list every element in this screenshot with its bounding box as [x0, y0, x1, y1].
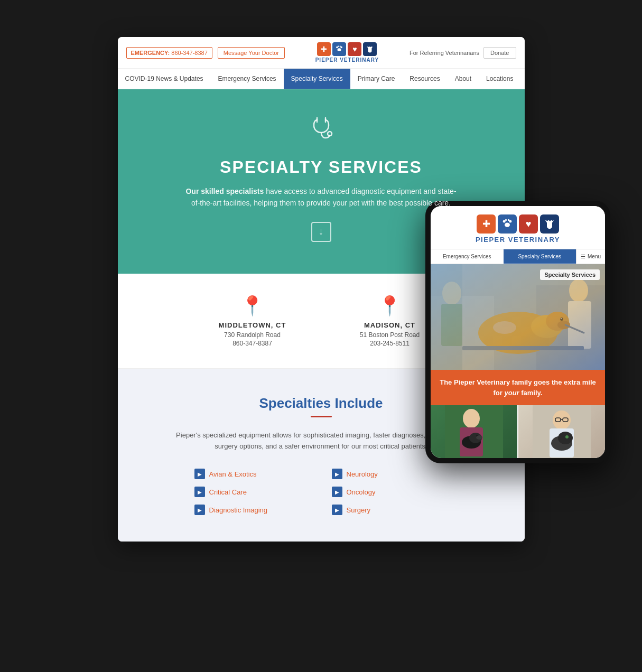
svg-point-22: [546, 312, 569, 331]
svg-point-3: [340, 46, 341, 47]
top-bar-left: EMERGENCY: 860-347-8387 Message Your Doc…: [126, 47, 285, 59]
banner-italic-text: your: [504, 389, 519, 397]
specialty-label-surgery: Surgery: [347, 506, 371, 514]
emergency-phone: 860-347-8387: [171, 50, 208, 56]
svg-point-47: [565, 435, 569, 438]
arrow-icon-neuro: ▶: [332, 469, 342, 479]
svg-point-2: [338, 46, 339, 47]
main-nav: COVID-19 News & Updates Emergency Servic…: [118, 69, 525, 89]
svg-point-5: [328, 132, 332, 136]
mobile-icon-cross: ✚: [477, 214, 496, 234]
logo-icon-cross: ✚: [317, 42, 331, 56]
svg-point-10: [505, 219, 507, 221]
svg-point-27: [493, 321, 516, 334]
location-phone-1: 860-347-8387: [189, 340, 316, 347]
specialty-label-neuro: Neurology: [347, 470, 378, 478]
nav-item-locations[interactable]: Locations: [479, 69, 520, 89]
mobile-photo-1: [431, 405, 517, 458]
mobile-logo-icons: ✚ ♥: [438, 214, 598, 234]
location-address-1: 730 Randolph Road: [189, 331, 316, 339]
mobile-screen: ✚ ♥ PIEPER VETERINARY Emergency Servic: [431, 206, 605, 458]
nav-item-specialty[interactable]: Specialty Services: [284, 69, 350, 89]
desktop-logo: ✚ ♥ PIEPER VETERINARY: [315, 42, 379, 63]
hero-desc-bold: Our skilled specialists: [185, 187, 264, 195]
top-bar-right: For Referring Veterinarians Donate: [410, 47, 516, 59]
title-underline: [311, 416, 332, 417]
svg-point-21: [531, 315, 563, 338]
referring-vets-link[interactable]: For Referring Veterinarians: [410, 50, 479, 56]
top-bar: EMERGENCY: 860-347-8387 Message Your Doc…: [118, 37, 525, 69]
location-pin-icon-1: 📍: [189, 295, 316, 317]
specialty-label-avian: Avian & Exotics: [209, 470, 257, 478]
svg-point-0: [337, 46, 339, 49]
mobile-nav-menu[interactable]: ☰ Menu: [576, 249, 605, 264]
nav-item-resources[interactable]: Resources: [402, 69, 447, 89]
mobile-bottom-photos: [431, 405, 605, 458]
svg-rect-29: [431, 264, 462, 370]
svg-rect-19: [568, 301, 591, 349]
logo-icon-paw: [332, 42, 346, 56]
logo-icons: ✚ ♥: [317, 42, 377, 56]
svg-point-16: [442, 282, 461, 305]
mobile-icon-cat: [540, 214, 559, 234]
mobile-photo-2: [518, 405, 605, 458]
nav-item-primary[interactable]: Primary Care: [350, 69, 403, 89]
specialty-label-diagnostic: Diagnostic Imaging: [209, 506, 268, 514]
arrow-icon-diagnostic: ▶: [194, 505, 205, 515]
mobile-hero-image: Specialty Services: [431, 264, 605, 370]
svg-point-36: [476, 435, 482, 440]
svg-point-9: [509, 220, 511, 223]
mobile-nav: Emergency Services Specialty Services ☰ …: [431, 249, 605, 264]
arrow-icon-critical: ▶: [194, 487, 205, 497]
mobile-icon-heart: ♥: [519, 214, 538, 234]
specialty-avian[interactable]: ▶ Avian & Exotics: [194, 469, 311, 479]
svg-point-12: [505, 223, 510, 227]
mobile-nav-emergency[interactable]: Emergency Services: [431, 249, 504, 264]
svg-point-18: [569, 279, 588, 302]
svg-point-24: [560, 318, 563, 321]
desktop-brand-name: PIEPER VETERINARY: [315, 57, 379, 63]
location-city-1: MIDDLETOWN, CT: [189, 321, 316, 329]
donate-button[interactable]: Donate: [483, 47, 516, 59]
svg-point-31: [463, 409, 480, 428]
nav-item-emergency[interactable]: Emergency Services: [211, 69, 284, 89]
svg-point-20: [478, 312, 557, 354]
svg-line-26: [565, 325, 584, 333]
specialty-diagnostic[interactable]: ▶ Diagnostic Imaging: [194, 505, 311, 515]
menu-label: Menu: [588, 254, 601, 259]
svg-point-11: [508, 219, 509, 221]
svg-point-1: [341, 46, 343, 49]
hero-title: SPECIALTY SERVICES: [184, 157, 459, 177]
stethoscope-icon: [184, 116, 459, 149]
svg-rect-17: [441, 304, 462, 346]
arrow-icon-avian: ▶: [194, 469, 205, 479]
logo-icon-heart: ♥: [348, 42, 361, 56]
mobile-icon-paw: [498, 214, 517, 234]
nav-item-about[interactable]: About: [448, 69, 479, 89]
arrow-icon-oncology: ▶: [332, 487, 342, 497]
specialties-description: Pieper's specialized equipment allows fo…: [173, 430, 469, 452]
svg-rect-14: [431, 296, 494, 370]
svg-rect-13: [431, 264, 605, 370]
svg-point-4: [338, 48, 341, 51]
mobile-brand-name: PIEPER VETERINARY: [438, 236, 598, 244]
svg-rect-15: [536, 285, 605, 370]
logo-icon-cat: [363, 42, 377, 56]
specialty-critical[interactable]: ▶ Critical Care: [194, 487, 311, 497]
mobile-orange-banner: The Pieper Veterinary family goes the ex…: [431, 370, 605, 405]
specialty-surgery[interactable]: ▶ Surgery: [332, 505, 448, 515]
emergency-label: EMERGENCY:: [131, 50, 170, 56]
mobile-nav-specialty[interactable]: Specialty Services: [504, 249, 576, 264]
message-doctor-button[interactable]: Message Your Doctor: [218, 47, 285, 59]
nav-item-covid[interactable]: COVID-19 News & Updates: [118, 69, 211, 89]
specialty-oncology[interactable]: ▶ Oncology: [332, 487, 448, 497]
specialty-label-critical: Critical Care: [209, 488, 247, 496]
banner-text-after: family.: [519, 389, 543, 397]
specialty-neurology[interactable]: ▶ Neurology: [332, 469, 448, 479]
specialties-grid: ▶ Avian & Exotics ▶ Neurology ▶ Critical…: [194, 469, 448, 515]
scroll-down-button[interactable]: ↓: [311, 222, 331, 242]
arrow-icon-surgery: ▶: [332, 505, 342, 515]
svg-rect-28: [462, 346, 584, 350]
svg-point-23: [557, 321, 570, 329]
hamburger-icon: ☰: [581, 254, 585, 259]
